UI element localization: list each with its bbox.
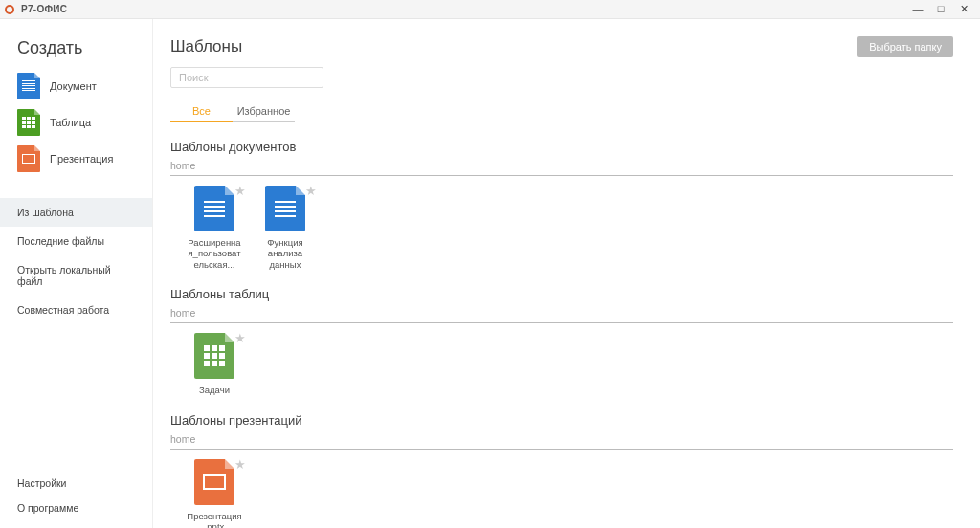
spreadsheet-icon [17, 109, 40, 136]
star-icon[interactable]: ★ [234, 331, 246, 345]
spreadsheet-icon [194, 333, 234, 379]
section-title: Шаблоны таблиц [170, 287, 953, 301]
nav-open-local-file[interactable]: Открыть локальный файл [0, 255, 152, 296]
template-name: Задачи [199, 385, 230, 395]
app-logo-icon [4, 4, 15, 15]
search-input[interactable] [170, 67, 323, 88]
section-spreadsheets: Шаблоны таблиц home ★ Задачи [170, 287, 953, 395]
create-document[interactable]: Документ [0, 68, 152, 104]
bottom-nav: Настройки О программе [0, 471, 152, 520]
document-icon [17, 73, 40, 99]
maximize-icon[interactable]: □ [934, 3, 947, 15]
search-row [170, 67, 953, 88]
create-document-label: Документ [50, 80, 97, 92]
section-path: home [170, 307, 953, 323]
page-title: Шаблоны [170, 37, 242, 56]
nav-menu: Из шаблона Последние файлы Открыть локал… [0, 198, 152, 324]
template-name: Презентация.pptx [186, 511, 243, 528]
template-item[interactable]: ★ Расширенная_пользовательская... [186, 186, 243, 270]
section-path: home [170, 433, 953, 450]
nav-recent-files[interactable]: Последние файлы [0, 227, 152, 255]
presentation-icon [17, 145, 40, 172]
nav-settings[interactable]: Настройки [0, 471, 152, 495]
main-content: Шаблоны Выбрать папку Все Избранное Шабл… [153, 19, 980, 528]
section-title: Шаблоны презентаций [170, 413, 953, 428]
star-icon[interactable]: ★ [305, 184, 317, 198]
template-list: ★ Презентация.pptx [170, 459, 953, 528]
create-spreadsheet-label: Таблица [50, 117, 91, 128]
section-documents: Шаблоны документов home ★ Расширенная_по… [170, 140, 953, 270]
section-presentations: Шаблоны презентаций home ★ Презентация.p… [170, 413, 953, 528]
template-name: Функция анализа данных [256, 237, 314, 270]
tab-all[interactable]: Все [170, 101, 233, 122]
template-name: Расширенная_пользовательская... [186, 237, 243, 270]
section-path: home [170, 160, 953, 176]
document-icon [194, 186, 234, 231]
star-icon[interactable]: ★ [234, 457, 246, 472]
nav-about[interactable]: О программе [0, 495, 152, 520]
nav-from-template[interactable]: Из шаблона [0, 198, 152, 227]
create-spreadsheet[interactable]: Таблица [0, 104, 152, 141]
tabs: Все Избранное [170, 101, 953, 122]
sidebar: Создать Документ Таблица Презентация Из … [0, 19, 153, 528]
template-item[interactable]: ★ Функция анализа данных [256, 186, 314, 270]
choose-folder-button[interactable]: Выбрать папку [858, 36, 953, 57]
minimize-icon[interactable]: — [911, 3, 924, 15]
template-list: ★ Задачи [170, 333, 953, 395]
main-header: Шаблоны Выбрать папку [170, 36, 953, 57]
document-icon [265, 186, 305, 231]
presentation-icon [194, 459, 234, 505]
template-list: ★ Расширенная_пользовательская... ★ Функ… [170, 186, 953, 270]
star-icon[interactable]: ★ [234, 184, 246, 198]
create-presentation[interactable]: Презентация [0, 141, 152, 177]
create-presentation-label: Презентация [50, 153, 113, 165]
tab-favorites[interactable]: Избранное [233, 101, 295, 122]
close-icon[interactable]: ✕ [957, 3, 970, 15]
template-item[interactable]: ★ Задачи [186, 333, 243, 395]
window-controls: — □ ✕ [911, 3, 976, 15]
nav-collaboration[interactable]: Совместная работа [0, 296, 152, 324]
create-heading: Создать [0, 38, 152, 68]
titlebar: Р7-ОФИС — □ ✕ [0, 0, 980, 19]
section-title: Шаблоны документов [170, 140, 953, 154]
app-title: Р7-ОФИС [21, 4, 67, 14]
template-item[interactable]: ★ Презентация.pptx [186, 459, 243, 528]
